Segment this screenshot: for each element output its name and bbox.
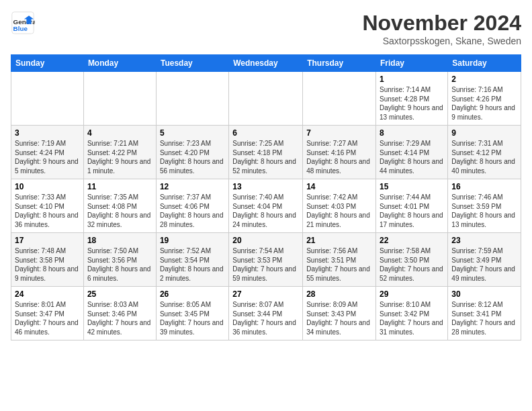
calendar-cell: 26Sunrise: 8:05 AM Sunset: 3:45 PM Dayli… [156,287,228,340]
day-info: Sunrise: 7:52 AM Sunset: 3:54 PM Dayligh… [160,246,225,283]
day-info: Sunrise: 7:37 AM Sunset: 4:06 PM Dayligh… [160,193,225,229]
day-number: 14 [306,182,372,191]
day-number: 16 [451,182,517,191]
day-info: Sunrise: 7:25 AM Sunset: 4:18 PM Dayligh… [232,139,299,175]
calendar-week-row: 10Sunrise: 7:33 AM Sunset: 4:10 PM Dayli… [11,179,521,233]
day-info: Sunrise: 8:09 AM Sunset: 3:43 PM Dayligh… [306,300,372,336]
day-info: Sunrise: 7:54 AM Sunset: 3:53 PM Dayligh… [232,246,299,283]
day-info: Sunrise: 7:23 AM Sunset: 4:20 PM Dayligh… [160,139,225,175]
calendar-cell: 21Sunrise: 7:56 AM Sunset: 3:51 PM Dayli… [303,233,376,287]
calendar-cell: 14Sunrise: 7:42 AM Sunset: 4:03 PM Dayli… [303,179,376,233]
calendar-cell [11,72,84,126]
location: Saxtorpsskogen, Skane, Sweden [362,36,521,46]
day-info: Sunrise: 7:58 AM Sunset: 3:50 PM Dayligh… [380,246,444,283]
day-number: 17 [15,236,80,245]
day-info: Sunrise: 7:50 AM Sunset: 3:56 PM Dayligh… [87,246,152,283]
day-info: Sunrise: 8:07 AM Sunset: 3:44 PM Dayligh… [232,300,299,336]
day-number: 27 [232,289,299,299]
day-number: 30 [451,289,517,299]
day-info: Sunrise: 7:29 AM Sunset: 4:14 PM Dayligh… [380,139,444,175]
day-info: Sunrise: 8:12 AM Sunset: 3:41 PM Dayligh… [451,300,517,336]
day-info: Sunrise: 7:56 AM Sunset: 3:51 PM Dayligh… [306,246,372,283]
day-info: Sunrise: 7:59 AM Sunset: 3:49 PM Dayligh… [451,246,517,283]
calendar-header-row: SundayMondayTuesdayWednesdayThursdayFrid… [11,55,521,72]
month-title: November 2024 [362,11,521,36]
day-info: Sunrise: 7:19 AM Sunset: 4:24 PM Dayligh… [15,139,80,175]
calendar-cell: 22Sunrise: 7:58 AM Sunset: 3:50 PM Dayli… [376,233,448,287]
day-number: 11 [87,182,152,191]
calendar-week-row: 17Sunrise: 7:48 AM Sunset: 3:58 PM Dayli… [11,233,521,287]
day-number: 10 [15,182,80,191]
day-info: Sunrise: 7:31 AM Sunset: 4:12 PM Dayligh… [451,139,517,175]
day-number: 13 [232,182,299,191]
logo-icon: General Blue [11,11,35,35]
calendar-cell: 2Sunrise: 7:16 AM Sunset: 4:26 PM Daylig… [448,72,521,126]
calendar-cell: 23Sunrise: 7:59 AM Sunset: 3:49 PM Dayli… [448,233,521,287]
day-info: Sunrise: 7:40 AM Sunset: 4:04 PM Dayligh… [232,193,299,229]
calendar-header-friday: Friday [376,55,448,72]
calendar-cell: 3Sunrise: 7:19 AM Sunset: 4:24 PM Daylig… [11,126,84,179]
calendar-week-row: 1Sunrise: 7:14 AM Sunset: 4:28 PM Daylig… [11,72,521,126]
day-number: 2 [451,75,517,84]
day-info: Sunrise: 7:33 AM Sunset: 4:10 PM Dayligh… [15,193,80,229]
day-number: 8 [380,128,444,138]
calendar-cell: 8Sunrise: 7:29 AM Sunset: 4:14 PM Daylig… [376,126,448,179]
calendar-cell: 28Sunrise: 8:09 AM Sunset: 3:43 PM Dayli… [303,287,376,340]
day-number: 3 [15,128,80,138]
day-number: 22 [380,236,444,245]
day-number: 6 [232,128,299,138]
day-number: 12 [160,182,225,191]
calendar-header-tuesday: Tuesday [156,55,228,72]
calendar-cell: 10Sunrise: 7:33 AM Sunset: 4:10 PM Dayli… [11,179,84,233]
calendar-cell [229,72,303,126]
calendar-week-row: 3Sunrise: 7:19 AM Sunset: 4:24 PM Daylig… [11,126,521,179]
day-number: 29 [380,289,444,299]
calendar-header-saturday: Saturday [448,55,521,72]
calendar-cell: 19Sunrise: 7:52 AM Sunset: 3:54 PM Dayli… [156,233,228,287]
calendar-cell: 24Sunrise: 8:01 AM Sunset: 3:47 PM Dayli… [11,287,84,340]
day-number: 25 [87,289,152,299]
calendar-cell: 9Sunrise: 7:31 AM Sunset: 4:12 PM Daylig… [448,126,521,179]
logo: General Blue [11,11,38,35]
calendar-cell: 18Sunrise: 7:50 AM Sunset: 3:56 PM Dayli… [83,233,156,287]
calendar-cell: 15Sunrise: 7:44 AM Sunset: 4:01 PM Dayli… [376,179,448,233]
day-number: 24 [15,289,80,299]
calendar-cell: 11Sunrise: 7:35 AM Sunset: 4:08 PM Dayli… [83,179,156,233]
calendar-cell: 30Sunrise: 8:12 AM Sunset: 3:41 PM Dayli… [448,287,521,340]
calendar-table: SundayMondayTuesdayWednesdayThursdayFrid… [11,54,521,340]
day-number: 19 [160,236,225,245]
day-number: 5 [160,128,225,138]
day-info: Sunrise: 8:05 AM Sunset: 3:45 PM Dayligh… [160,300,225,336]
calendar-cell: 4Sunrise: 7:21 AM Sunset: 4:22 PM Daylig… [83,126,156,179]
day-info: Sunrise: 7:14 AM Sunset: 4:28 PM Dayligh… [380,85,444,122]
calendar-cell: 1Sunrise: 7:14 AM Sunset: 4:28 PM Daylig… [376,72,448,126]
day-info: Sunrise: 7:46 AM Sunset: 3:59 PM Dayligh… [451,193,517,229]
day-info: Sunrise: 7:35 AM Sunset: 4:08 PM Dayligh… [87,193,152,229]
day-info: Sunrise: 7:16 AM Sunset: 4:26 PM Dayligh… [451,85,517,122]
calendar-header-sunday: Sunday [11,55,84,72]
calendar-cell: 6Sunrise: 7:25 AM Sunset: 4:18 PM Daylig… [229,126,303,179]
svg-text:Blue: Blue [13,25,28,32]
day-info: Sunrise: 7:44 AM Sunset: 4:01 PM Dayligh… [380,193,444,229]
day-number: 4 [87,128,152,138]
calendar-cell [303,72,376,126]
day-number: 15 [380,182,444,191]
calendar-cell [156,72,228,126]
day-info: Sunrise: 8:01 AM Sunset: 3:47 PM Dayligh… [15,300,80,336]
calendar-cell: 12Sunrise: 7:37 AM Sunset: 4:06 PM Dayli… [156,179,228,233]
day-number: 18 [87,236,152,245]
calendar-header-monday: Monday [83,55,156,72]
day-info: Sunrise: 7:48 AM Sunset: 3:58 PM Dayligh… [15,246,80,283]
calendar-cell: 20Sunrise: 7:54 AM Sunset: 3:53 PM Dayli… [229,233,303,287]
calendar-header-wednesday: Wednesday [229,55,303,72]
day-info: Sunrise: 8:03 AM Sunset: 3:46 PM Dayligh… [87,300,152,336]
calendar-cell: 29Sunrise: 8:10 AM Sunset: 3:42 PM Dayli… [376,287,448,340]
calendar-header-thursday: Thursday [303,55,376,72]
calendar-cell: 25Sunrise: 8:03 AM Sunset: 3:46 PM Dayli… [83,287,156,340]
day-info: Sunrise: 7:42 AM Sunset: 4:03 PM Dayligh… [306,193,372,229]
day-info: Sunrise: 8:10 AM Sunset: 3:42 PM Dayligh… [380,300,444,336]
day-number: 7 [306,128,372,138]
calendar-week-row: 24Sunrise: 8:01 AM Sunset: 3:47 PM Dayli… [11,287,521,340]
day-number: 9 [451,128,517,138]
day-number: 20 [232,236,299,245]
